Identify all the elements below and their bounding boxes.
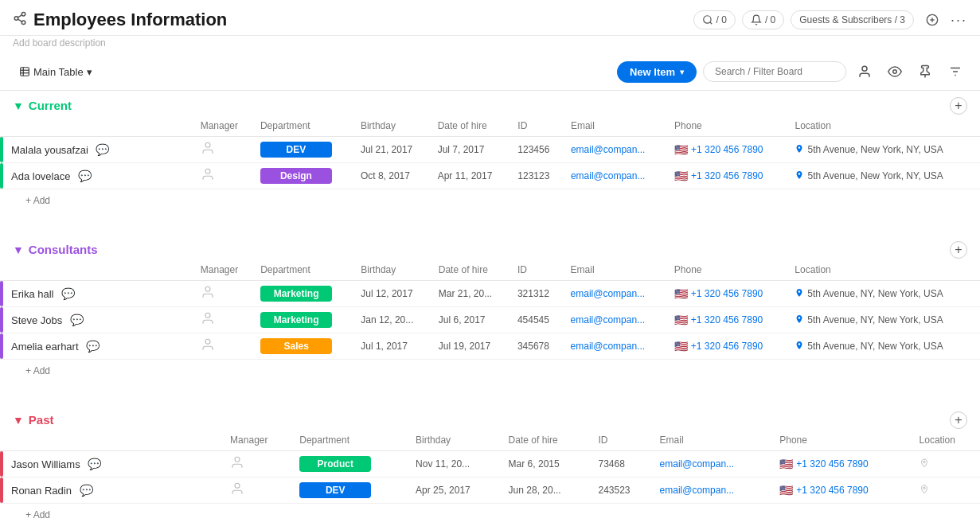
table-view-button[interactable]: Main Table ▾ [13, 63, 99, 81]
row-dept-cell[interactable]: Marketing [254, 281, 354, 307]
comment-icon[interactable]: 💬 [91, 142, 114, 158]
row-email-cell[interactable]: email@compan... [654, 477, 774, 504]
manager-person-icon[interactable] [201, 341, 215, 354]
filter-icon[interactable] [943, 60, 967, 84]
group-consultants-toggle[interactable]: ▼ [13, 244, 24, 256]
dept-badge[interactable]: DEV [260, 142, 332, 158]
manager-person-icon[interactable] [201, 170, 215, 184]
row-phone-number[interactable]: +1 320 456 7890 [691, 314, 763, 325]
location-col-header-p: Location [913, 430, 980, 451]
top-header: Employees Information / 0 / 0 Guests & S… [0, 0, 980, 36]
dept-badge[interactable]: DEV [299, 482, 371, 498]
manager-person-icon[interactable] [201, 314, 215, 328]
row-phone-number[interactable]: +1 320 456 7890 [796, 458, 868, 470]
name-col-header-p [5, 430, 224, 451]
group-current-table: Manager Department Birthday Date of hire… [0, 115, 980, 189]
location-col-header-c: Location [788, 259, 980, 281]
row-name-cell: Ada lovelace 💬 [5, 163, 194, 189]
comment-icon[interactable]: 💬 [73, 168, 96, 184]
search-input[interactable] [703, 61, 846, 82]
comment-icon[interactable]: 💬 [75, 482, 98, 498]
watchers-pill[interactable]: / 0 [693, 10, 736, 29]
table-row: Jason Williams 💬 Product Nov 11, 20... M… [0, 451, 980, 477]
name-col-header [5, 115, 194, 137]
group-consultants-name[interactable]: Consultants [29, 243, 98, 256]
row-dept-cell[interactable]: Sales [254, 333, 354, 360]
department-col-header-p: Department [293, 430, 409, 451]
notify-pill[interactable]: / 0 [742, 10, 784, 29]
dept-badge[interactable]: Product [299, 456, 371, 472]
dept-badge[interactable]: Marketing [260, 286, 332, 302]
manager-person-icon[interactable] [230, 458, 244, 472]
group-consultants-table-wrapper: Manager Department Birthday Date of hire… [0, 259, 980, 360]
group-past-add-col-button[interactable]: + [950, 411, 967, 429]
dept-badge[interactable]: Marketing [260, 312, 332, 328]
svg-point-5 [703, 16, 710, 23]
comment-icon[interactable]: 💬 [65, 312, 88, 328]
person-icon[interactable] [853, 60, 877, 84]
comment-icon[interactable]: 💬 [57, 286, 80, 302]
dept-badge[interactable]: Design [260, 168, 332, 184]
row-phone-number[interactable]: +1 320 456 7890 [796, 485, 868, 496]
svg-point-23 [205, 313, 210, 318]
notify-label: / 0 [765, 14, 775, 25]
pin-icon[interactable] [913, 60, 937, 84]
row-phone-number[interactable]: +1 320 456 7890 [691, 170, 763, 181]
more-button[interactable]: ··· [951, 12, 967, 29]
row-dept-cell[interactable]: Marketing [254, 307, 354, 333]
group-consultants-add-button[interactable]: + Add [22, 364, 53, 378]
svg-rect-10 [21, 68, 29, 76]
svg-point-14 [862, 66, 867, 71]
group-consultants-add-col-button[interactable]: + [950, 241, 967, 259]
row-email-cell[interactable]: email@compan... [564, 163, 668, 189]
row-phone-number[interactable]: +1 320 456 7890 [691, 341, 763, 352]
table-row: Amelia earhart 💬 Sales Jul 1, 2017 Jul 1… [0, 333, 980, 360]
flag-icon: 🇺🇸 [674, 143, 688, 156]
eye-icon[interactable] [883, 60, 907, 84]
group-current-add-row: + Add [0, 189, 980, 216]
row-dept-cell[interactable]: DEV [254, 137, 354, 163]
comment-icon[interactable]: 💬 [83, 456, 106, 472]
table-row: Ada lovelace 💬 Design Oct 8, 2017 Apr 11… [0, 163, 980, 189]
row-email-cell[interactable]: email@compan... [564, 333, 668, 360]
invite-icon[interactable] [920, 8, 944, 32]
group-current-add-col-button[interactable]: + [950, 97, 967, 115]
birthday-col-header-c: Birthday [354, 259, 432, 281]
row-phone-number[interactable]: +1 320 456 7890 [691, 144, 763, 155]
row-email-cell[interactable]: email@compan... [564, 137, 668, 163]
row-birthday-cell: Jul 1, 2017 [354, 333, 432, 360]
comment-icon[interactable]: 💬 [81, 338, 104, 354]
row-dept-cell[interactable]: Design [254, 163, 354, 189]
manager-col-header-c: Manager [194, 259, 254, 281]
manager-person-icon[interactable] [230, 485, 244, 498]
share-icon[interactable] [13, 11, 27, 29]
group-current-name[interactable]: Current [29, 99, 72, 112]
group-current-toggle[interactable]: ▼ [13, 99, 24, 112]
new-item-button[interactable]: New Item ▾ [617, 61, 697, 83]
id-col-header-c: ID [511, 259, 564, 281]
location-icon [919, 485, 929, 497]
group-past-toggle[interactable]: ▼ [13, 414, 24, 427]
row-dept-cell[interactable]: DEV [293, 477, 409, 504]
svg-point-22 [205, 286, 210, 291]
row-name: Steve Jobs [11, 314, 62, 326]
page-title: Employees Information [33, 10, 227, 30]
dept-badge[interactable]: Sales [260, 338, 332, 354]
group-past-name[interactable]: Past [29, 413, 54, 427]
group-past-add-button[interactable]: + Add [22, 508, 53, 522]
row-dept-cell[interactable]: Product [293, 451, 409, 477]
row-birthday-cell: Nov 11, 20... [409, 451, 502, 477]
row-email-cell[interactable]: email@compan... [654, 451, 774, 477]
manager-person-icon[interactable] [201, 288, 215, 302]
group-current: ▼ Current + Manager Department Birthday … [0, 91, 980, 216]
location-icon [795, 314, 804, 326]
row-email-cell[interactable]: email@compan... [564, 281, 668, 307]
row-email-cell[interactable]: email@compan... [564, 307, 668, 333]
row-location-text: 5th Avenue, New York, NY, USA [807, 144, 943, 155]
manager-person-icon[interactable] [201, 144, 215, 158]
table-row: Steve Jobs 💬 Marketing Jan 12, 20... Jul… [0, 307, 980, 333]
guests-pill[interactable]: Guests & Subscribers / 3 [791, 10, 914, 29]
group-current-add-button[interactable]: + Add [22, 193, 53, 208]
row-phone-number[interactable]: +1 320 456 7890 [691, 288, 763, 299]
row-birthday-cell: Jul 12, 2017 [354, 281, 432, 307]
